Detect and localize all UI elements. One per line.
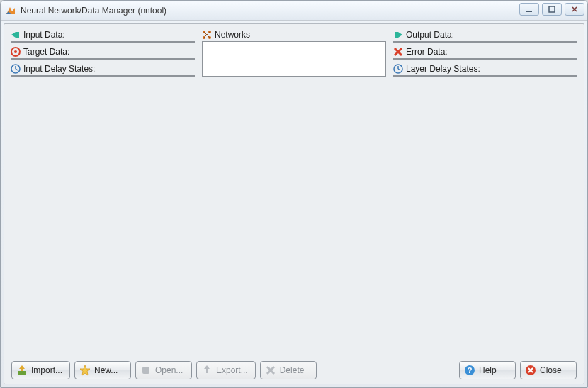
svg-marker-30 [204,365,210,373]
clock-icon [393,64,403,74]
svg-rect-3 [549,6,555,12]
open-label: Open... [155,365,183,375]
error-data-list[interactable] [393,58,577,60]
help-label: Help [479,365,497,375]
output-data-panel: Output Data: [393,30,577,43]
output-arrow-icon [393,30,403,40]
layer-delay-panel: Layer Delay States: [393,64,577,77]
network-icon [202,30,212,40]
delete-label: Delete [280,365,305,375]
target-data-list[interactable] [11,58,195,60]
error-data-label: Error Data: [393,47,577,57]
svg-rect-2 [526,11,532,12]
input-data-list[interactable] [11,41,195,43]
titlebar: Neural Network/Data Manager (nntool) [1,1,587,21]
client-area: Input Data: Networks Outpu [4,23,584,384]
export-label: Export... [216,365,248,375]
panels-grid: Input Data: Networks Outpu [11,30,577,355]
svg-marker-28 [80,365,90,375]
open-icon [140,365,152,376]
open-button: Open... [135,361,192,379]
svg-text:?: ? [468,366,473,375]
output-data-label: Output Data: [393,30,577,40]
output-data-list[interactable] [393,41,577,43]
new-star-icon [79,365,91,376]
input-data-label: Input Data: [11,30,195,40]
error-icon [393,47,403,57]
matlab-icon [5,5,16,16]
help-icon: ? [464,365,475,376]
target-data-label: Target Data: [11,47,195,57]
svg-marker-15 [398,32,402,38]
networks-list[interactable] [202,41,386,77]
delete-icon [265,365,276,376]
nntool-window: Neural Network/Data Manager (nntool) Inp… [0,0,588,388]
help-button[interactable]: ? Help [459,361,516,379]
layer-delay-label: Layer Delay States: [393,64,577,74]
import-icon [16,365,28,376]
target-icon [11,47,21,57]
target-data-panel: Target Data: [11,47,195,60]
close-label: Close [540,365,562,375]
import-button[interactable]: Import... [11,361,70,379]
new-label: New... [94,365,118,375]
close-window-button[interactable] [565,3,584,16]
input-arrow-icon [11,30,21,40]
svg-marker-7 [11,32,16,38]
clock-icon [11,64,21,74]
window-title: Neural Network/Data Manager (nntool) [21,6,166,16]
target-data-text: Target Data: [23,47,69,57]
layer-delay-text: Layer Delay States: [406,64,480,74]
networks-text: Networks [215,30,250,40]
input-delay-panel: Input Delay States: [11,64,195,77]
svg-rect-26 [18,371,26,375]
svg-point-17 [14,50,17,53]
svg-line-25 [398,69,400,70]
input-delay-list[interactable] [11,75,195,77]
output-data-text: Output Data: [406,30,454,40]
minimize-button[interactable] [519,3,539,16]
window-controls [519,3,584,16]
export-icon [201,365,213,376]
new-button[interactable]: New... [74,361,131,379]
maximize-button[interactable] [542,3,562,16]
error-data-panel: Error Data: [393,47,577,60]
layer-delay-list[interactable] [393,75,577,77]
svg-rect-29 [142,367,149,374]
toolbar: Import... New... Open... Export... [11,361,577,379]
close-button[interactable]: Close [520,361,577,379]
svg-line-22 [16,69,18,70]
delete-button: Delete [260,361,317,379]
svg-rect-14 [395,32,398,38]
networks-label: Networks [202,30,386,40]
error-data-text: Error Data: [406,47,448,57]
svg-marker-27 [19,365,25,371]
input-delay-label: Input Delay States: [11,64,195,74]
import-label: Import... [31,365,62,375]
close-icon [525,365,536,376]
input-data-text: Input Data: [23,30,65,40]
networks-panel: Networks [202,30,386,77]
input-data-panel: Input Data: [11,30,195,43]
export-button: Export... [196,361,256,379]
svg-rect-6 [16,32,19,38]
input-delay-text: Input Delay States: [23,64,95,74]
